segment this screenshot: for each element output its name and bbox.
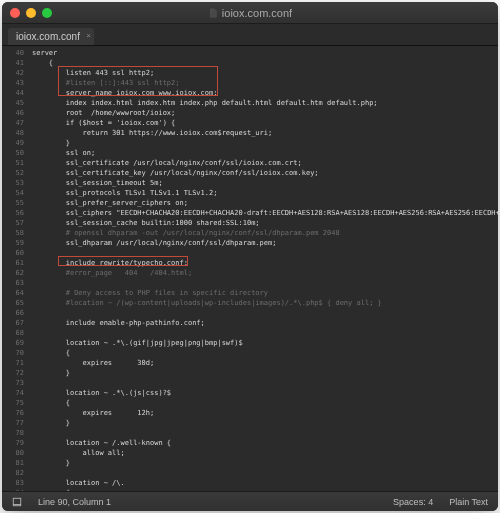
line-number: 67: [2, 318, 24, 328]
code-line[interactable]: [32, 248, 498, 258]
code-line[interactable]: ssl_protocols TLSv1 TLSv1.1 TLSv1.2;: [32, 188, 498, 198]
code-line[interactable]: #listen [::]:443 ssl http2;: [32, 78, 498, 88]
line-number: 42: [2, 68, 24, 78]
line-number: 55: [2, 198, 24, 208]
line-number: 41: [2, 58, 24, 68]
syntax-indicator[interactable]: Plain Text: [449, 497, 488, 507]
editor-window: ioiox.com.conf ioiox.com.conf × 40414243…: [2, 2, 498, 511]
code-line[interactable]: ssl on;: [32, 148, 498, 158]
tab-file[interactable]: ioiox.com.conf ×: [8, 28, 94, 45]
code-line[interactable]: server: [32, 48, 498, 58]
code-line[interactable]: [32, 468, 498, 478]
line-gutter: 4041424344454647484950515253545556575859…: [2, 46, 28, 491]
line-number: 53: [2, 178, 24, 188]
line-number: 70: [2, 348, 24, 358]
code-line[interactable]: #error_page 404 /404.html;: [32, 268, 498, 278]
code-line[interactable]: include rewrite/typecho.conf;: [32, 258, 498, 268]
line-number: 75: [2, 398, 24, 408]
code-line[interactable]: index index.html index.htm index.php def…: [32, 98, 498, 108]
line-number: 61: [2, 258, 24, 268]
line-number: 80: [2, 448, 24, 458]
line-number: 58: [2, 228, 24, 238]
code-line[interactable]: ssl_dhparam /usr/local/nginx/conf/ssl/dh…: [32, 238, 498, 248]
line-number: 72: [2, 368, 24, 378]
line-number: 40: [2, 48, 24, 58]
line-number: 46: [2, 108, 24, 118]
line-number: 64: [2, 288, 24, 298]
code-line[interactable]: [32, 308, 498, 318]
code-line[interactable]: location ~ .*\.(gif|jpg|jpeg|png|bmp|swf…: [32, 338, 498, 348]
line-number: 78: [2, 428, 24, 438]
indent-indicator[interactable]: Spaces: 4: [393, 497, 433, 507]
close-tab-icon[interactable]: ×: [86, 31, 91, 40]
code-line[interactable]: #location ~ /(wp-content|uploads|wp-incl…: [32, 298, 498, 308]
code-line[interactable]: expires 12h;: [32, 408, 498, 418]
code-line[interactable]: ssl_session_cache builtin:1000 shared:SS…: [32, 218, 498, 228]
code-line[interactable]: location ~ .*\.(js|css)?$: [32, 388, 498, 398]
line-number: 68: [2, 328, 24, 338]
line-number: 77: [2, 418, 24, 428]
cursor-position[interactable]: Line 90, Column 1: [38, 497, 111, 507]
code-line[interactable]: ssl_session_timeout 5m;: [32, 178, 498, 188]
code-line[interactable]: location ~ /.well-known {: [32, 438, 498, 448]
code-line[interactable]: location ~ /\.: [32, 478, 498, 488]
code-line[interactable]: allow all;: [32, 448, 498, 458]
line-number: 81: [2, 458, 24, 468]
line-number: 52: [2, 168, 24, 178]
tab-bar: ioiox.com.conf ×: [2, 24, 498, 46]
code-line[interactable]: include enable-php-pathinfo.conf;: [32, 318, 498, 328]
code-line[interactable]: ssl_ciphers "EECDH+CHACHA20:EECDH+CHACHA…: [32, 208, 498, 218]
code-line[interactable]: {: [32, 488, 498, 491]
window-title: ioiox.com.conf: [2, 7, 498, 19]
panel-icon[interactable]: [12, 497, 22, 507]
line-number: 65: [2, 298, 24, 308]
line-number: 44: [2, 88, 24, 98]
code-line[interactable]: expires 30d;: [32, 358, 498, 368]
line-number: 82: [2, 468, 24, 478]
line-number: 54: [2, 188, 24, 198]
line-number: 79: [2, 438, 24, 448]
code-line[interactable]: [32, 328, 498, 338]
line-number: 57: [2, 218, 24, 228]
code-line[interactable]: ssl_certificate /usr/local/nginx/conf/ss…: [32, 158, 498, 168]
code-line[interactable]: listen 443 ssl http2;: [32, 68, 498, 78]
line-number: 69: [2, 338, 24, 348]
code-line[interactable]: {: [32, 58, 498, 68]
code-line[interactable]: }: [32, 138, 498, 148]
code-line[interactable]: if ($host = 'ioiox.com') {: [32, 118, 498, 128]
code-line[interactable]: }: [32, 418, 498, 428]
code-line[interactable]: {: [32, 348, 498, 358]
code-line[interactable]: # openssl dhparam -out /usr/local/nginx/…: [32, 228, 498, 238]
code-line[interactable]: server_name ioiox.com www.ioiox.com;: [32, 88, 498, 98]
code-line[interactable]: ssl_certificate_key /usr/local/nginx/con…: [32, 168, 498, 178]
code-line[interactable]: [32, 278, 498, 288]
line-number: 48: [2, 128, 24, 138]
window-title-text: ioiox.com.conf: [222, 7, 292, 19]
line-number: 47: [2, 118, 24, 128]
line-number: 84: [2, 488, 24, 491]
status-bar: Line 90, Column 1 Spaces: 4 Plain Text: [2, 491, 498, 511]
line-number: 63: [2, 278, 24, 288]
line-number: 71: [2, 358, 24, 368]
tab-label: ioiox.com.conf: [16, 31, 80, 42]
code-line[interactable]: }: [32, 458, 498, 468]
line-number: 43: [2, 78, 24, 88]
code-line[interactable]: [32, 378, 498, 388]
line-number: 49: [2, 138, 24, 148]
line-number: 56: [2, 208, 24, 218]
line-number: 66: [2, 308, 24, 318]
code-line[interactable]: root /home/wwwroot/ioiox;: [32, 108, 498, 118]
code-line[interactable]: [32, 428, 498, 438]
line-number: 50: [2, 148, 24, 158]
code-line[interactable]: ssl_prefer_server_ciphers on;: [32, 198, 498, 208]
line-number: 60: [2, 248, 24, 258]
code-content[interactable]: server { listen 443 ssl http2; #listen […: [28, 46, 498, 491]
line-number: 51: [2, 158, 24, 168]
code-line[interactable]: }: [32, 368, 498, 378]
code-line[interactable]: {: [32, 398, 498, 408]
code-line[interactable]: return 301 https://www.ioiox.com$request…: [32, 128, 498, 138]
line-number: 73: [2, 378, 24, 388]
code-line[interactable]: # Deny access to PHP files in specific d…: [32, 288, 498, 298]
titlebar[interactable]: ioiox.com.conf: [2, 2, 498, 24]
line-number: 45: [2, 98, 24, 108]
